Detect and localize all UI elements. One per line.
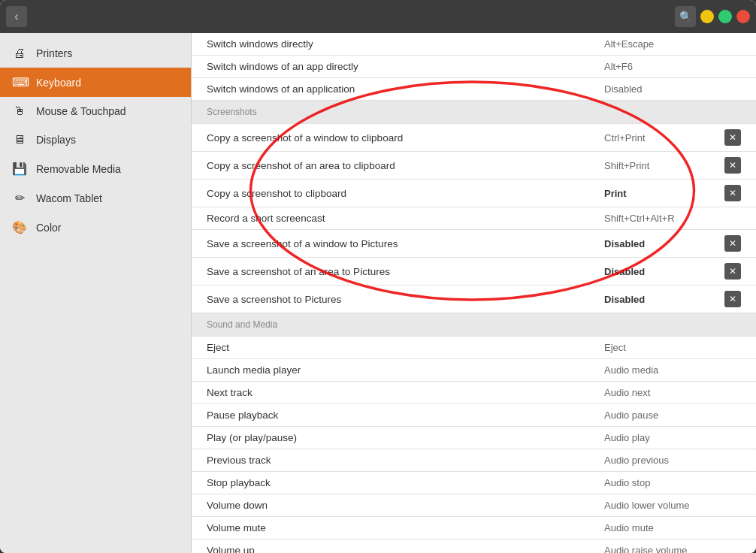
shortcut-name: Copy a screenshot to clipboard [207,188,604,199]
delete-shortcut-button[interactable]: ✕ [724,185,741,201]
shortcut-row[interactable]: Pause playbackAudio pause [192,404,756,427]
shortcut-key: Disabled [604,294,724,305]
close-button[interactable] [736,10,750,23]
window-controls: 🔍 [675,6,750,27]
sidebar-label-keyboard: Keyboard [36,77,81,89]
shortcut-row[interactable]: Save a screenshot to PicturesDisabled✕ [192,286,756,313]
sidebar-item-mouse[interactable]: 🖱 Mouse & Touchpad [0,97,191,125]
content-area: 🖨 Printers ⌨ Keyboard 🖱 Mouse & Touchpad… [0,33,756,553]
shortcut-name: Launch media player [207,364,604,376]
shortcut-key: Audio lower volume [604,500,724,511]
shortcut-name: Stop playback [207,477,604,488]
shortcut-row[interactable]: Previous trackAudio previous [192,449,756,472]
minimize-button[interactable] [700,10,714,23]
shortcut-key: Print [604,188,724,199]
shortcut-key: Alt+Escape [604,38,724,50]
color-icon: 🎨 [12,220,27,234]
shortcut-row[interactable]: Volume upAudio raise volume [192,539,756,553]
sidebar: 🖨 Printers ⌨ Keyboard 🖱 Mouse & Touchpad… [0,33,192,553]
shortcut-name: Save a screenshot to Pictures [207,294,604,305]
shortcut-row[interactable]: EjectEject [192,337,756,359]
shortcut-key: Ctrl+Print [604,132,724,144]
shortcut-row[interactable]: Next trackAudio next [192,382,756,404]
delete-shortcut-button[interactable]: ✕ [724,157,741,174]
sidebar-label-removable: Removable Media [36,163,121,175]
shortcut-row[interactable]: Copy a screenshot of an area to clipboar… [192,152,756,180]
shortcut-row[interactable]: Switch windows directlyAlt+Escape [192,33,756,56]
shortcut-name: Volume down [207,500,604,511]
shortcut-row[interactable]: Volume downAudio lower volume [192,494,756,517]
shortcut-name: Eject [207,342,604,353]
sidebar-item-wacom[interactable]: ✏ Wacom Tablet [0,183,191,213]
shortcut-name: Copy a screenshot of a window to clipboa… [207,132,604,144]
shortcut-row[interactable]: Launch media playerAudio media [192,359,756,382]
shortcut-row[interactable]: Switch windows of an applicationDisabled [192,78,756,101]
sidebar-label-displays: Displays [36,134,76,146]
sidebar-item-removable[interactable]: 💾 Removable Media [0,154,191,183]
shortcut-key: Audio media [604,364,724,376]
sidebar-item-displays[interactable]: 🖥 Displays [0,125,191,154]
section-header: Sound and Media [192,313,756,337]
shortcut-row[interactable]: Save a screenshot of an area to Pictures… [192,258,756,286]
sidebar-label-color: Color [36,222,61,234]
titlebar: ‹ 🔍 [0,0,756,33]
shortcut-key: Audio stop [604,477,724,488]
keyboard-icon: ⌨ [12,75,27,89]
main-content: Switch windows directlyAlt+EscapeSwitch … [192,33,756,553]
shortcut-name: Save a screenshot of a window to Picture… [207,238,604,249]
sidebar-item-printers[interactable]: 🖨 Printers [0,39,191,68]
shortcut-row[interactable]: Volume muteAudio mute [192,517,756,539]
shortcut-key: Audio next [604,387,724,398]
sidebar-label-wacom: Wacom Tablet [36,192,102,204]
shortcut-row[interactable]: Copy a screenshot of a window to clipboa… [192,124,756,152]
search-button[interactable]: 🔍 [675,6,696,27]
sidebar-label-mouse: Mouse & Touchpad [36,105,126,117]
sidebar-item-keyboard[interactable]: ⌨ Keyboard [0,68,191,97]
shortcut-name: Volume up [207,545,604,553]
displays-icon: 🖥 [12,133,27,147]
shortcut-key: Audio previous [604,455,724,466]
section-header: Screenshots [192,101,756,124]
shortcut-name: Copy a screenshot of an area to clipboar… [207,160,604,171]
printers-icon: 🖨 [12,47,27,60]
mouse-icon: 🖱 [12,104,27,118]
back-button[interactable]: ‹ [6,6,27,27]
shortcut-key: Disabled [604,238,724,249]
delete-shortcut-button[interactable]: ✕ [724,291,741,307]
shortcut-name: Play (or play/pause) [207,432,604,443]
delete-shortcut-button[interactable]: ✕ [724,235,741,252]
shortcut-key: Audio mute [604,522,724,533]
shortcut-name: Switch windows directly [207,38,604,50]
maximize-button[interactable] [718,10,732,23]
shortcut-key: Eject [604,342,724,353]
app-window: ‹ 🔍 🖨 Printers ⌨ Keyboard 🖱 Mouse & Touc… [0,0,756,553]
shortcut-key: Alt+F6 [604,61,724,72]
sidebar-item-color[interactable]: 🎨 Color [0,213,191,242]
shortcut-row[interactable]: Save a screenshot of a window to Picture… [192,230,756,258]
shortcut-row[interactable]: Record a short screencastShift+Ctrl+Alt+… [192,207,756,230]
shortcut-name: Next track [207,387,604,398]
shortcut-name: Previous track [207,455,604,466]
shortcut-name: Pause playback [207,409,604,421]
shortcut-key: Audio play [604,432,724,443]
shortcut-key: Disabled [604,266,724,277]
wacom-icon: ✏ [12,191,27,205]
shortcut-key: Disabled [604,83,724,95]
shortcut-key: Shift+Ctrl+Alt+R [604,213,724,224]
shortcut-name: Record a short screencast [207,213,604,224]
shortcut-key: Audio raise volume [604,545,724,553]
shortcut-name: Switch windows of an app directly [207,61,604,72]
sidebar-label-printers: Printers [36,47,72,59]
delete-shortcut-button[interactable]: ✕ [724,129,741,146]
shortcut-row[interactable]: Stop playbackAudio stop [192,472,756,494]
delete-shortcut-button[interactable]: ✕ [724,263,741,280]
shortcut-row[interactable]: Play (or play/pause)Audio play [192,427,756,449]
shortcut-key: Shift+Print [604,160,724,171]
shortcut-name: Volume mute [207,522,604,533]
shortcut-name: Save a screenshot of an area to Pictures [207,266,604,277]
shortcut-name: Switch windows of an application [207,83,604,95]
shortcut-key: Audio pause [604,409,724,421]
shortcut-row[interactable]: Copy a screenshot to clipboardPrint✕ [192,180,756,207]
shortcut-row[interactable]: Switch windows of an app directlyAlt+F6 [192,56,756,78]
removable-icon: 💾 [12,162,27,176]
